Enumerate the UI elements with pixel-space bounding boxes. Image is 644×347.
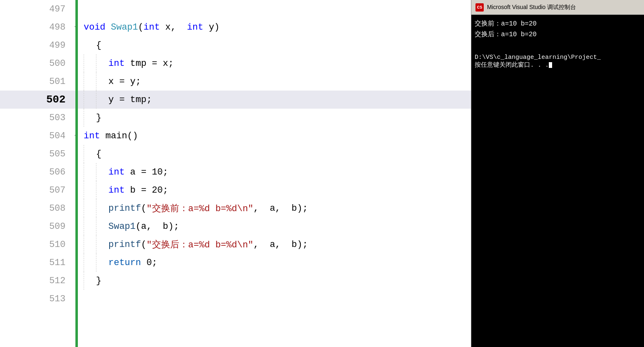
vs-icon: CS [475, 3, 484, 12]
code-line-497: 497 [0, 0, 471, 18]
code-line-499: 499 { [0, 36, 471, 54]
line-content: } [80, 109, 101, 127]
line-number: 504 [0, 131, 72, 141]
line-number: 499 [0, 40, 72, 51]
console-prompt: 按任意键关闭此窗口. . . [475, 61, 641, 69]
line-number: 505 [0, 149, 72, 159]
code-line-512: 512 } [0, 272, 471, 290]
line-number: 498 [0, 22, 72, 33]
line-content: int b = 20; [80, 181, 168, 199]
line-number: 513 [0, 294, 72, 304]
code-line-501: 501 x = y; [0, 72, 471, 91]
line-number: 503 [0, 113, 72, 123]
code-line-503: 503 } [0, 109, 471, 127]
line-number: 511 [0, 258, 72, 268]
code-line-504: 504 − int main() [0, 127, 471, 145]
line-content: printf("交换前：a=%d b=%d\n", a, b); [80, 199, 308, 217]
line-number: 512 [0, 276, 72, 286]
line-content: y = tmp; [80, 91, 152, 109]
line-number: 510 [0, 240, 72, 250]
code-line-509: 509 Swap1(a, b); [0, 217, 471, 235]
console-cursor [549, 62, 552, 68]
line-content: void Swap1(int x, int y) [80, 22, 220, 33]
line-content: int a = 10; [80, 163, 168, 181]
console-output-line-2: 交换后：a=10 b=20 [475, 30, 641, 40]
line-content: int main() [80, 131, 138, 141]
code-line-513: 513 [0, 290, 471, 308]
line-number: 509 [0, 221, 72, 232]
line-content: int tmp = x; [80, 54, 173, 72]
console-header: CS Microsoft Visual Studio 调试控制台 [471, 0, 644, 15]
line-number: 507 [0, 185, 72, 196]
code-editor: 497 498 − void Swap1(int x, int y) 499 {… [0, 0, 471, 347]
console-output-line-1: 交换前：a=10 b=20 [475, 19, 641, 30]
code-line-511: 511 return 0; [0, 254, 471, 272]
code-line-506: 506 int a = 10; [0, 163, 471, 181]
code-line-498: 498 − void Swap1(int x, int y) [0, 18, 471, 36]
line-content: Swap1(a, b); [80, 217, 179, 235]
line-content: x = y; [80, 72, 141, 91]
code-line-505: 505 { [0, 145, 471, 163]
line-number: 500 [0, 58, 72, 69]
line-content: { [80, 40, 101, 51]
code-line-500: 500 int tmp = x; [0, 54, 471, 72]
console-panel: CS Microsoft Visual Studio 调试控制台 交换前：a=1… [471, 0, 644, 347]
line-number: 497 [0, 4, 72, 14]
green-indicator [75, 0, 78, 347]
code-line-507: 507 int b = 20; [0, 181, 471, 199]
console-body[interactable]: 交换前：a=10 b=20 交换后：a=10 b=20 D:\VS\c_lang… [471, 15, 644, 347]
code-line-502: 502 y = tmp; [0, 91, 471, 109]
line-content: return 0; [80, 254, 157, 272]
line-number: 502 [0, 93, 72, 106]
code-lines: 497 498 − void Swap1(int x, int y) 499 {… [0, 0, 471, 308]
line-number: 506 [0, 167, 72, 177]
line-content: printf("交换后：a=%d b=%d\n", a, b); [80, 235, 308, 254]
line-number: 501 [0, 77, 72, 87]
console-path: D:\VS\c_language_learning\Project_ [475, 54, 641, 61]
code-line-508: 508 printf("交换前：a=%d b=%d\n", a, b); [0, 199, 471, 217]
line-content: } [80, 272, 101, 290]
code-line-510: 510 printf("交换后：a=%d b=%d\n", a, b); [0, 235, 471, 254]
console-output-spacer [475, 40, 641, 51]
console-title: Microsoft Visual Studio 调试控制台 [487, 4, 576, 11]
line-number: 508 [0, 203, 72, 214]
line-content: { [80, 145, 101, 163]
